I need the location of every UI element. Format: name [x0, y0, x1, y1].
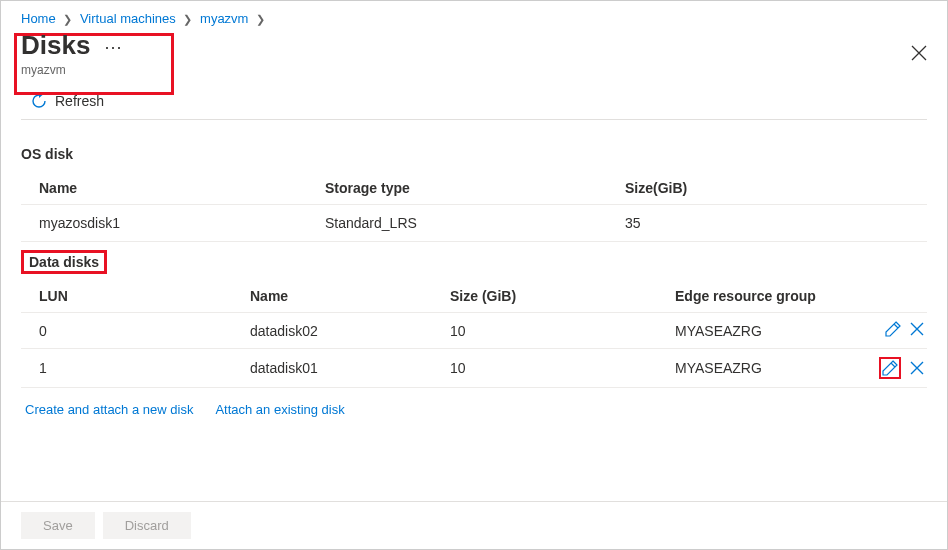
chevron-right-icon: ❯	[63, 13, 72, 25]
refresh-label: Refresh	[55, 93, 104, 109]
pencil-icon	[882, 360, 898, 376]
refresh-icon	[31, 93, 47, 109]
os-disk-storage: Standard_LRS	[321, 205, 621, 242]
data-disks-table: LUN Name Size (GiB) Edge resource group …	[21, 280, 927, 388]
dd-col-rg: Edge resource group	[671, 280, 861, 313]
dd-lun: 1	[21, 349, 246, 388]
close-icon	[909, 360, 925, 376]
dd-name: datadisk02	[246, 313, 446, 349]
edit-disk-button[interactable]	[879, 357, 901, 379]
os-disk-name: myazosdisk1	[21, 205, 321, 242]
refresh-button[interactable]: Refresh	[1, 83, 947, 119]
dd-size: 10	[446, 349, 671, 388]
os-disk-table: Name Storage type Size(GiB) myazosdisk1 …	[21, 172, 927, 242]
dd-rg: MYASEAZRG	[671, 349, 861, 388]
more-menu-button[interactable]: ···	[104, 33, 122, 58]
attach-existing-disk-link[interactable]: Attach an existing disk	[215, 402, 344, 417]
dd-col-name: Name	[246, 280, 446, 313]
os-disk-row: myazosdisk1 Standard_LRS 35	[21, 205, 927, 242]
dd-rg: MYASEAZRG	[671, 313, 861, 349]
chevron-right-icon: ❯	[183, 13, 192, 25]
close-icon	[909, 321, 925, 337]
close-button[interactable]	[911, 45, 927, 65]
page-subtitle: myazvm	[21, 63, 927, 77]
page-title: Disks	[21, 30, 90, 61]
data-disk-row: 1 datadisk01 10 MYASEAZRG	[21, 349, 927, 388]
page-header: Disks ··· myazvm	[1, 30, 947, 83]
data-disks-section-title: Data disks	[21, 250, 107, 274]
breadcrumb-home[interactable]: Home	[21, 11, 56, 26]
pencil-icon	[885, 321, 901, 337]
chevron-right-icon: ❯	[256, 13, 265, 25]
dd-col-lun: LUN	[21, 280, 246, 313]
close-icon	[911, 45, 927, 61]
footer: Save Discard	[1, 501, 947, 549]
breadcrumb-vm-name[interactable]: myazvm	[200, 11, 248, 26]
dd-name: datadisk01	[246, 349, 446, 388]
breadcrumb: Home ❯ Virtual machines ❯ myazvm ❯	[1, 1, 947, 30]
os-disk-section-title: OS disk	[21, 132, 927, 172]
os-col-storage: Storage type	[321, 172, 621, 205]
edit-disk-button[interactable]	[885, 321, 901, 337]
create-attach-disk-link[interactable]: Create and attach a new disk	[25, 402, 193, 417]
dd-col-size: Size (GiB)	[446, 280, 671, 313]
os-col-size: Size(GiB)	[621, 172, 927, 205]
discard-button[interactable]: Discard	[103, 512, 191, 539]
os-col-name: Name	[21, 172, 321, 205]
dd-size: 10	[446, 313, 671, 349]
delete-disk-button[interactable]	[909, 321, 925, 337]
breadcrumb-virtual-machines[interactable]: Virtual machines	[80, 11, 176, 26]
dd-lun: 0	[21, 313, 246, 349]
os-disk-size: 35	[621, 205, 927, 242]
data-disk-row: 0 datadisk02 10 MYASEAZRG	[21, 313, 927, 349]
delete-disk-button[interactable]	[909, 360, 925, 376]
save-button[interactable]: Save	[21, 512, 95, 539]
